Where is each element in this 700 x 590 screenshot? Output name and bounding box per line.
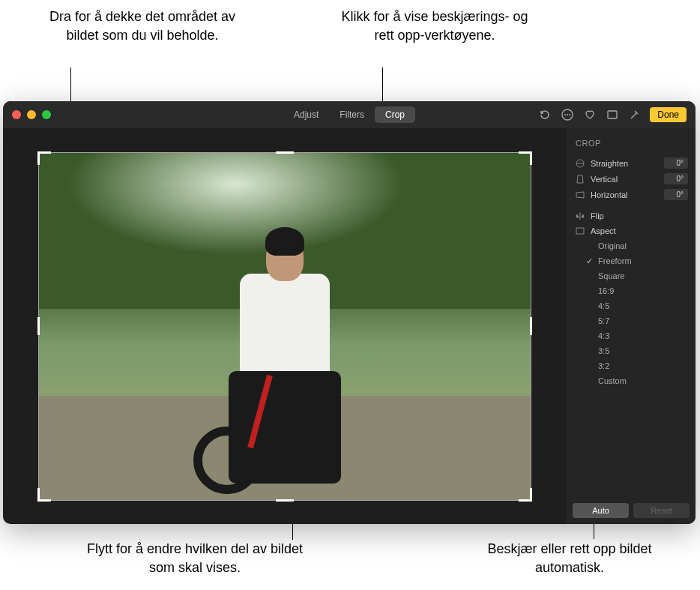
tab-crop[interactable]: Crop bbox=[375, 106, 415, 123]
crop-handle-bottom[interactable] bbox=[276, 499, 294, 502]
aspect-3-5[interactable]: 3:5 bbox=[582, 343, 696, 358]
aspect-icon[interactable] bbox=[605, 107, 620, 122]
callout-auto: Beskjær eller rett opp bildet automatisk… bbox=[480, 540, 660, 577]
crop-handle-top-right[interactable] bbox=[519, 151, 532, 165]
svg-point-1 bbox=[564, 114, 566, 115]
window-controls bbox=[12, 110, 51, 119]
auto-button[interactable]: Auto bbox=[573, 503, 629, 518]
editor-tabs: Adjust Filters Crop bbox=[283, 106, 415, 123]
crop-sidebar: CROP Straighten 0° Vertical 0° Horizonta… bbox=[567, 128, 696, 524]
callout-line bbox=[382, 67, 383, 105]
sidebar-header: CROP bbox=[567, 136, 696, 155]
flip-icon bbox=[574, 211, 586, 221]
callout-move: Flytt for å endre hvilken del av bildet … bbox=[86, 540, 304, 577]
flip-label: Flip bbox=[591, 211, 688, 220]
aspect-5-7[interactable]: 5:7 bbox=[582, 313, 696, 328]
straighten-control[interactable]: Straighten 0° bbox=[567, 155, 696, 171]
aspect-label: Aspect bbox=[591, 226, 688, 235]
aspect-3-2[interactable]: 3:2 bbox=[582, 358, 696, 373]
horizontal-perspective-icon bbox=[574, 190, 586, 200]
vertical-perspective-icon bbox=[574, 174, 586, 184]
svg-point-3 bbox=[569, 114, 570, 115]
rotate-icon[interactable] bbox=[537, 107, 552, 122]
crop-frame[interactable] bbox=[38, 152, 531, 501]
horizontal-label: Horizontal bbox=[591, 190, 660, 199]
aspect-freeform[interactable]: Freeform bbox=[582, 253, 696, 268]
crop-handle-bottom-right[interactable] bbox=[519, 488, 532, 502]
svg-rect-4 bbox=[608, 111, 617, 118]
straighten-value: 0° bbox=[664, 157, 688, 169]
crop-handle-right[interactable] bbox=[530, 317, 532, 335]
canvas-area bbox=[3, 128, 567, 524]
photo-editor-window: Adjust Filters Crop Done bbox=[3, 101, 696, 524]
callout-crop-tools: Klikk for å vise beskjærings- og rett op… bbox=[337, 7, 532, 45]
vertical-control[interactable]: Vertical 0° bbox=[567, 171, 696, 187]
photo-content[interactable] bbox=[39, 153, 531, 500]
done-button[interactable]: Done bbox=[650, 107, 687, 122]
main-area: CROP Straighten 0° Vertical 0° Horizonta… bbox=[3, 128, 696, 524]
close-window-button[interactable] bbox=[12, 110, 21, 119]
horizontal-value: 0° bbox=[664, 189, 688, 200]
callout-drag: Dra for å dekke det området av bildet so… bbox=[45, 7, 240, 45]
reset-button[interactable]: Reset bbox=[633, 503, 690, 518]
aspect-4-5[interactable]: 4:5 bbox=[582, 298, 696, 313]
aspect-ratio-icon bbox=[574, 226, 586, 236]
callout-line bbox=[594, 523, 594, 539]
aspect-square[interactable]: Square bbox=[582, 268, 696, 283]
more-icon[interactable] bbox=[560, 107, 575, 122]
enhance-icon[interactable] bbox=[627, 107, 642, 122]
vertical-value: 0° bbox=[664, 173, 688, 184]
tab-filters[interactable]: Filters bbox=[329, 106, 375, 123]
svg-point-2 bbox=[567, 114, 568, 115]
toolbar-right: Done bbox=[537, 107, 687, 122]
straighten-label: Straighten bbox=[591, 159, 660, 168]
vertical-label: Vertical bbox=[591, 175, 660, 184]
titlebar: Adjust Filters Crop Done bbox=[3, 101, 696, 128]
crop-handle-top[interactable] bbox=[276, 151, 294, 154]
crop-handle-bottom-left[interactable] bbox=[37, 488, 51, 502]
aspect-4-3[interactable]: 4:3 bbox=[582, 328, 696, 343]
aspect-16-9[interactable]: 16:9 bbox=[582, 283, 696, 298]
aspect-original[interactable]: Original bbox=[582, 238, 696, 253]
fullscreen-window-button[interactable] bbox=[42, 110, 51, 119]
minimize-window-button[interactable] bbox=[27, 110, 36, 119]
svg-rect-6 bbox=[576, 228, 584, 234]
aspect-row[interactable]: Aspect bbox=[567, 223, 696, 238]
sidebar-footer: Auto Reset bbox=[573, 503, 690, 518]
tab-adjust[interactable]: Adjust bbox=[283, 106, 329, 123]
aspect-custom[interactable]: Custom bbox=[582, 373, 696, 388]
aspect-options: Original Freeform Square 16:9 4:5 5:7 4:… bbox=[567, 238, 696, 388]
straighten-icon bbox=[574, 158, 586, 169]
flip-row[interactable]: Flip bbox=[567, 208, 696, 223]
horizontal-control[interactable]: Horizontal 0° bbox=[567, 187, 696, 202]
favorite-icon[interactable] bbox=[582, 107, 597, 122]
crop-handle-top-left[interactable] bbox=[37, 151, 51, 165]
crop-handle-left[interactable] bbox=[37, 317, 40, 335]
